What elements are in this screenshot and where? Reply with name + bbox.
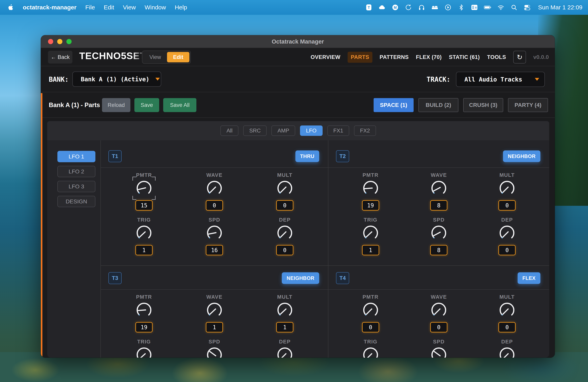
trig-knob[interactable] <box>362 225 379 241</box>
part-build-button[interactable]: BUILD (2) <box>419 98 458 112</box>
apple-icon[interactable] <box>7 4 14 11</box>
pmtr-knob[interactable] <box>136 180 152 197</box>
knob-value[interactable]: 0 <box>362 322 379 332</box>
knob-value[interactable]: 15 <box>135 200 153 210</box>
zoom-button[interactable] <box>66 39 72 44</box>
knob-value[interactable]: 1 <box>362 245 379 255</box>
m-circle-icon[interactable]: M <box>392 4 399 11</box>
menu-window[interactable]: Window <box>145 4 166 11</box>
filter-all[interactable]: All <box>220 125 238 136</box>
dep-knob[interactable] <box>276 346 293 358</box>
filter-fx1[interactable]: FX1 <box>327 125 349 136</box>
menu-view[interactable]: View <box>123 4 136 11</box>
dep-knob[interactable] <box>499 225 515 241</box>
wave-knob[interactable] <box>206 302 223 319</box>
knob-value[interactable]: 0 <box>276 200 294 210</box>
battery-icon[interactable] <box>484 4 491 11</box>
mult-knob[interactable] <box>276 302 293 319</box>
time-machine-icon[interactable] <box>405 4 412 11</box>
nav-static[interactable]: STATIC (61) <box>449 54 480 60</box>
mult-knob[interactable] <box>276 180 293 197</box>
knob-value[interactable]: 8 <box>430 200 447 210</box>
wave-knob[interactable] <box>206 180 223 197</box>
sidebar-item-design[interactable]: DESIGN <box>57 196 95 207</box>
knob-value[interactable]: 0 <box>498 322 516 332</box>
knob-value[interactable]: 0 <box>430 322 447 332</box>
knob-cell: SPD <box>179 339 250 358</box>
save-all-button[interactable]: Save All <box>163 98 196 112</box>
part-crush-button[interactable]: CRUSH (3) <box>463 98 503 112</box>
window-title: Octatrack Manager <box>41 35 555 48</box>
menu-app-name[interactable]: octatrack-manager <box>23 4 76 11</box>
knob-value[interactable]: 19 <box>362 200 379 210</box>
sidebar-item-lfo3[interactable]: LFO 3 <box>57 181 95 192</box>
cloud-icon[interactable] <box>378 4 386 11</box>
trig-knob[interactable] <box>362 346 379 358</box>
part-party-button[interactable]: PARTY (4) <box>508 98 548 112</box>
nav-overview[interactable]: OVERVIEW <box>311 54 340 60</box>
bluetooth-icon[interactable] <box>458 4 465 11</box>
minimize-button[interactable] <box>57 39 63 44</box>
back-button[interactable]: ← Back <box>48 51 72 63</box>
knob-value[interactable]: 1 <box>206 322 223 332</box>
knob-value[interactable]: 16 <box>206 245 223 255</box>
knob-value[interactable]: 0 <box>498 245 516 255</box>
refresh-icon[interactable]: ↻ <box>513 51 526 63</box>
mult-knob[interactable] <box>499 180 515 197</box>
view-mode-button[interactable]: View <box>143 54 167 60</box>
knob-value[interactable]: 0 <box>498 200 516 210</box>
spd-knob[interactable] <box>206 346 223 358</box>
close-button[interactable] <box>48 39 53 44</box>
trig-knob[interactable] <box>136 346 152 358</box>
knob-value[interactable]: 19 <box>135 322 153 332</box>
menu-help[interactable]: Help <box>175 4 187 11</box>
control-center-icon[interactable] <box>524 4 531 11</box>
menu-edit[interactable]: Edit <box>104 4 114 11</box>
sidebar-item-lfo2[interactable]: LFO 2 <box>57 166 95 177</box>
shortcuts-icon[interactable]: ⌘ <box>471 4 478 11</box>
knob-value[interactable]: 1 <box>135 245 153 255</box>
knob-value[interactable]: 8 <box>430 245 447 255</box>
knob-value[interactable]: 0 <box>276 245 294 255</box>
filter-lfo[interactable]: LFO <box>300 125 323 136</box>
reload-button[interactable]: Reload <box>102 98 130 112</box>
pmtr-knob[interactable] <box>362 180 379 197</box>
t-app-icon[interactable]: T <box>365 4 372 11</box>
bank-dropdown[interactable]: Bank A (1) (Active) <box>72 72 161 87</box>
wave-knob[interactable] <box>430 180 447 197</box>
pmtr-knob[interactable] <box>136 302 152 319</box>
nav-patterns[interactable]: PATTERNS <box>379 54 409 60</box>
wifi-icon[interactable] <box>497 4 504 11</box>
dep-knob[interactable] <box>276 225 293 241</box>
track-label: TRACK: <box>427 76 450 83</box>
filter-amp[interactable]: AMP <box>272 125 295 136</box>
spd-knob[interactable] <box>430 346 447 358</box>
pmtr-knob[interactable] <box>362 302 379 319</box>
save-button[interactable]: Save <box>134 98 159 112</box>
menu-file[interactable]: File <box>85 4 95 11</box>
nav-parts[interactable]: PARTS <box>348 52 372 63</box>
spd-knob[interactable] <box>206 225 223 241</box>
knob-value[interactable]: 1 <box>276 322 294 332</box>
track-dropdown[interactable]: All Audio Tracks <box>456 72 545 87</box>
mult-knob[interactable] <box>499 302 515 319</box>
wave-knob[interactable] <box>430 302 447 319</box>
bed-icon[interactable] <box>431 4 438 11</box>
filter-fx2[interactable]: FX2 <box>354 125 376 136</box>
nav-flex[interactable]: FLEX (70) <box>416 54 442 60</box>
sidebar-item-lfo1[interactable]: LFO 1 <box>57 151 95 162</box>
spd-knob[interactable] <box>430 225 447 241</box>
headphones-icon[interactable] <box>418 4 425 11</box>
edit-mode-button[interactable]: Edit <box>167 52 189 62</box>
knob-value[interactable]: 0 <box>206 200 223 210</box>
play-circle-icon[interactable] <box>444 4 452 11</box>
nav-tools[interactable]: TOOLS <box>487 54 506 60</box>
spotlight-icon[interactable] <box>510 4 518 11</box>
dep-knob[interactable] <box>499 346 515 358</box>
part-space-button[interactable]: SPACE (1) <box>374 98 414 112</box>
trig-knob[interactable] <box>136 225 152 241</box>
view-edit-toggle[interactable]: View Edit <box>142 51 191 64</box>
menu-clock[interactable]: Sun Mar 1 22:09 <box>538 4 582 11</box>
window-titlebar[interactable]: Octatrack Manager <box>41 35 555 48</box>
filter-src[interactable]: SRC <box>243 125 267 136</box>
